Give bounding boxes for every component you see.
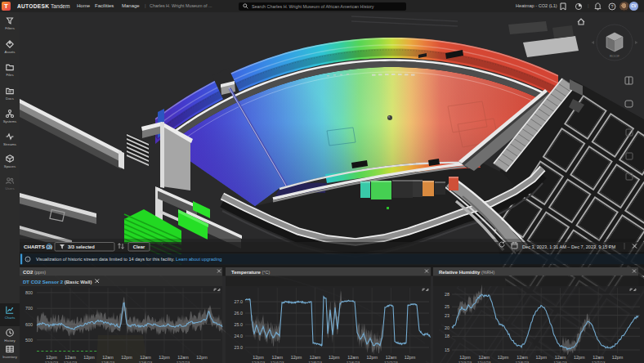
- svg-text:12/4/23: 12/4/23: [477, 361, 491, 363]
- svg-text:Clear: Clear: [133, 244, 145, 249]
- svg-text:Visualization of historic stre: Visualization of historic stream data li…: [36, 257, 221, 262]
- svg-text:12/3/23: 12/3/23: [252, 361, 266, 363]
- svg-text:12am: 12am: [310, 355, 321, 360]
- svg-text:12am: 12am: [140, 355, 151, 360]
- svg-text:12am: 12am: [65, 355, 76, 360]
- svg-text:12am: 12am: [347, 355, 359, 360]
- svg-text:28: 28: [445, 292, 449, 297]
- svg-text:12am: 12am: [479, 355, 490, 360]
- svg-text:12/6/23: 12/6/23: [553, 361, 567, 363]
- svg-text:12/7/23: 12/7/23: [592, 361, 606, 363]
- svg-text:12am: 12am: [271, 355, 283, 360]
- svg-text:12pm: 12pm: [612, 355, 624, 360]
- svg-text:12am: 12am: [386, 355, 397, 360]
- svg-text:26.0: 26.0: [235, 311, 244, 316]
- svg-text:12/3/23: 12/3/23: [458, 361, 472, 363]
- svg-text:12pm: 12pm: [159, 355, 170, 360]
- svg-text:i: i: [28, 258, 29, 262]
- svg-text:12/4/23: 12/4/23: [64, 361, 78, 363]
- svg-text:i: i: [48, 245, 49, 249]
- svg-text:12/5/23: 12/5/23: [516, 361, 530, 363]
- svg-text:12/7/23: 12/7/23: [384, 361, 398, 363]
- svg-text:18: 18: [445, 334, 449, 338]
- svg-text:Temperature (°C): Temperature (°C): [231, 270, 270, 275]
- svg-text:12pm: 12pm: [46, 355, 57, 360]
- svg-text:12pm: 12pm: [83, 355, 95, 360]
- svg-text:12/5/23: 12/5/23: [101, 361, 115, 363]
- svg-text:20: 20: [445, 325, 449, 330]
- svg-text:?: ?: [610, 4, 613, 9]
- svg-text:12am: 12am: [593, 355, 604, 360]
- svg-text:23: 23: [445, 313, 449, 318]
- svg-text:700: 700: [25, 306, 33, 311]
- svg-text:12pm: 12pm: [329, 355, 340, 360]
- svg-text:24.0: 24.0: [235, 334, 244, 338]
- svg-text:12pm: 12pm: [459, 355, 471, 360]
- svg-text:25: 25: [445, 304, 449, 309]
- svg-text:3/3 selected: 3/3 selected: [68, 244, 95, 249]
- svg-text:12pm: 12pm: [253, 355, 264, 360]
- svg-text:12pm: 12pm: [366, 355, 378, 360]
- svg-text:12am: 12am: [517, 355, 528, 360]
- svg-text:500: 500: [25, 338, 33, 343]
- svg-text:12/6/23: 12/6/23: [347, 361, 360, 363]
- svg-text:12am: 12am: [177, 355, 189, 360]
- svg-text:12/7/23: 12/7/23: [177, 361, 190, 363]
- svg-text:12pm: 12pm: [196, 355, 208, 360]
- svg-text:600: 600: [25, 322, 33, 327]
- svg-text:27.0: 27.0: [235, 299, 244, 304]
- svg-text:12pm: 12pm: [498, 355, 509, 360]
- svg-text:15: 15: [445, 347, 449, 352]
- svg-text:Relative Humidity (%RH): Relative Humidity (%RH): [439, 270, 494, 275]
- svg-text:DT CO2 Sensor 2 (Basic Wall): DT CO2 Sensor 2 (Basic Wall): [23, 280, 92, 285]
- svg-text:Dec 3, 2023, 1:31 AM – Dec 7,: Dec 3, 2023, 1:31 AM – Dec 7, 2023, 9:15…: [522, 244, 615, 249]
- svg-text:12pm: 12pm: [535, 355, 547, 360]
- svg-text:12/6/23: 12/6/23: [139, 361, 153, 363]
- svg-text:12pm: 12pm: [405, 355, 416, 360]
- svg-text:25.0: 25.0: [235, 322, 244, 327]
- svg-text:CO2 (ppm): CO2 (ppm): [23, 270, 46, 275]
- svg-text:23.0: 23.0: [235, 345, 244, 350]
- svg-text:12/3/23: 12/3/23: [45, 361, 59, 363]
- svg-text:12am: 12am: [555, 355, 566, 360]
- svg-text:12am: 12am: [102, 355, 114, 360]
- svg-text:12/5/23: 12/5/23: [308, 361, 322, 363]
- svg-text:12pm: 12pm: [291, 355, 302, 360]
- svg-text:12pm: 12pm: [574, 355, 585, 360]
- svg-text:800: 800: [25, 290, 33, 295]
- svg-text:12pm: 12pm: [121, 355, 132, 360]
- svg-text:12/4/23: 12/4/23: [271, 361, 284, 363]
